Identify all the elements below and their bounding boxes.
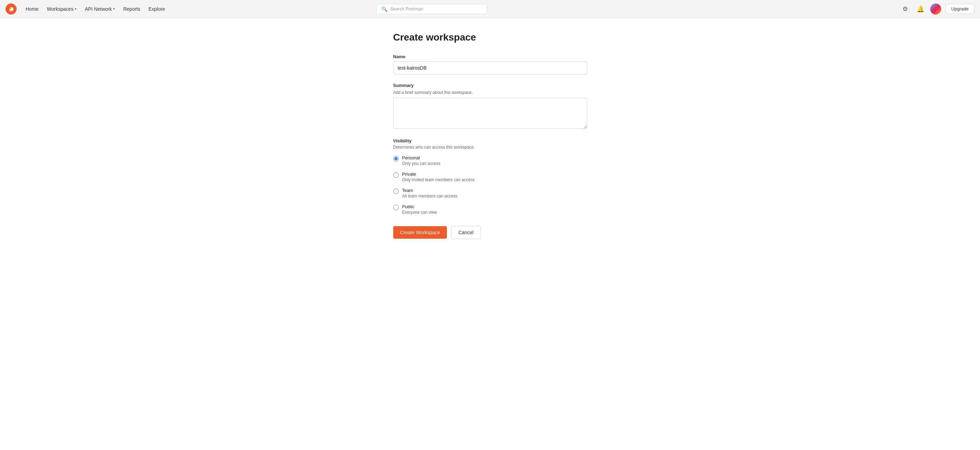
page-title: Create workspace: [393, 32, 587, 43]
visibility-option-team[interactable]: Team All team members can access: [393, 188, 587, 198]
upgrade-button[interactable]: Upgrade: [945, 4, 974, 14]
team-label: Team: [402, 188, 458, 193]
avatar[interactable]: [930, 3, 941, 14]
radio-team[interactable]: [393, 188, 399, 194]
nav-reports[interactable]: Reports: [120, 4, 144, 14]
navbar-right: ⚙ 🔔 Upgrade: [900, 3, 974, 14]
chevron-down-icon: ▾: [75, 7, 76, 11]
nav-api-network-label: API Network: [85, 6, 112, 12]
main-content: Create workspace Name Summary Add a brie…: [386, 32, 594, 239]
summary-textarea[interactable]: [393, 98, 587, 129]
name-label: Name: [393, 54, 587, 59]
personal-desc: Only you can access: [402, 161, 441, 166]
nav-api-network[interactable]: API Network ▾: [81, 4, 118, 14]
nav-workspaces[interactable]: Workspaces ▾: [43, 4, 80, 14]
visibility-label: Visibility: [393, 138, 587, 144]
team-desc: All team members can access: [402, 194, 458, 198]
private-label: Private: [402, 171, 475, 177]
visibility-field-group: Visibility Determines who can access thi…: [393, 138, 587, 215]
personal-label: Personal: [402, 155, 441, 160]
name-field-group: Name: [393, 54, 587, 75]
summary-field-group: Summary Add a brief summary about this w…: [393, 83, 587, 130]
postman-logo[interactable]: [6, 3, 17, 14]
nav-workspaces-label: Workspaces: [47, 6, 73, 12]
public-desc: Everyone can view: [402, 210, 437, 215]
visibility-option-personal[interactable]: Personal Only you can access: [393, 155, 587, 166]
search-placeholder-text: Search Postman: [390, 6, 423, 11]
summary-sublabel: Add a brief summary about this workspace…: [393, 90, 587, 95]
name-input[interactable]: [393, 61, 587, 75]
create-workspace-button[interactable]: Create Workspace: [393, 226, 447, 239]
nav-home[interactable]: Home: [22, 4, 42, 14]
nav-home-label: Home: [25, 6, 38, 12]
chevron-down-icon: ▾: [113, 7, 115, 11]
nav-explore-label: Explore: [148, 6, 165, 12]
search-area[interactable]: 🔍 Search Postman: [376, 4, 487, 14]
visibility-sublabel: Determines who can access this workspace…: [393, 145, 587, 150]
search-box[interactable]: 🔍 Search Postman: [376, 4, 487, 14]
radio-personal[interactable]: [393, 156, 399, 161]
radio-public[interactable]: [393, 205, 399, 210]
visibility-option-private[interactable]: Private Only invited team members can ac…: [393, 171, 587, 182]
public-label: Public: [402, 204, 437, 209]
radio-private[interactable]: [393, 172, 399, 178]
nav-explore[interactable]: Explore: [145, 4, 168, 14]
form-actions: Create Workspace Cancel: [393, 226, 587, 239]
notifications-icon[interactable]: 🔔: [915, 3, 926, 14]
cancel-button[interactable]: Cancel: [451, 226, 481, 239]
nav-reports-label: Reports: [123, 6, 140, 12]
search-icon: 🔍: [382, 6, 387, 12]
settings-icon[interactable]: ⚙: [900, 3, 911, 14]
visibility-option-public[interactable]: Public Everyone can view: [393, 204, 587, 215]
navbar: Home Workspaces ▾ API Network ▾ Reports …: [0, 0, 980, 18]
summary-label: Summary: [393, 83, 587, 88]
nav-links: Home Workspaces ▾ API Network ▾ Reports …: [22, 4, 168, 14]
private-desc: Only invited team members can access: [402, 177, 475, 182]
